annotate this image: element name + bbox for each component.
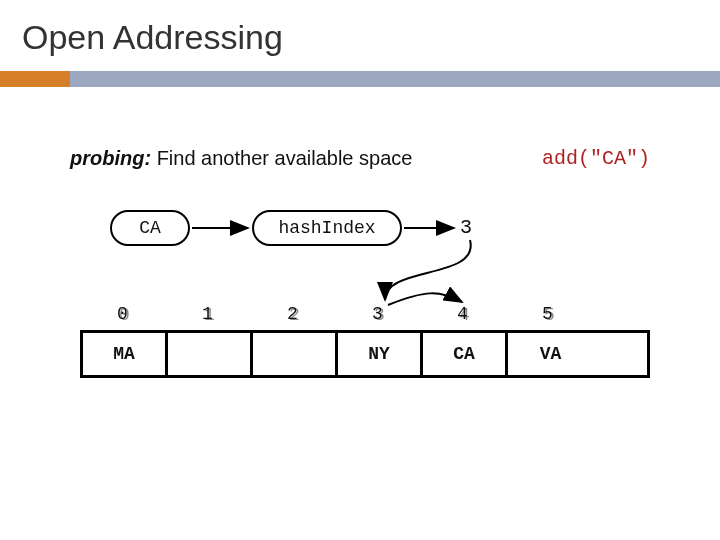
hash-table: MA NY CA VA: [80, 330, 650, 378]
index-label: 11: [165, 304, 250, 324]
hash-result: 3: [460, 216, 472, 239]
index-label: 22: [250, 304, 335, 324]
table-cell: VA: [508, 333, 593, 375]
hash-flow: CA hashIndex 3: [70, 210, 650, 256]
table-cell: NY: [338, 333, 423, 375]
table-cell: [253, 333, 338, 375]
add-call-code: add("CA"): [542, 147, 650, 170]
hash-function-node: hashIndex: [252, 210, 402, 246]
arrow-result-to-index3: [385, 240, 471, 300]
page-title: Open Addressing: [22, 18, 698, 57]
probing-desc: Find another available space: [151, 147, 412, 169]
probing-term: probing:: [70, 147, 151, 169]
index-label: 00: [80, 304, 165, 324]
index-label: 44: [420, 304, 505, 324]
table-cell: CA: [423, 333, 508, 375]
table-cell: [168, 333, 253, 375]
input-node: CA: [110, 210, 190, 246]
index-row: 00 11 22 33 44 55: [80, 304, 650, 324]
diagram-area: probing: Find another available space ad…: [0, 87, 720, 378]
title-rule: [0, 71, 720, 87]
index-label: 33: [335, 304, 420, 324]
index-label: 55: [505, 304, 590, 324]
table-cell: MA: [83, 333, 168, 375]
